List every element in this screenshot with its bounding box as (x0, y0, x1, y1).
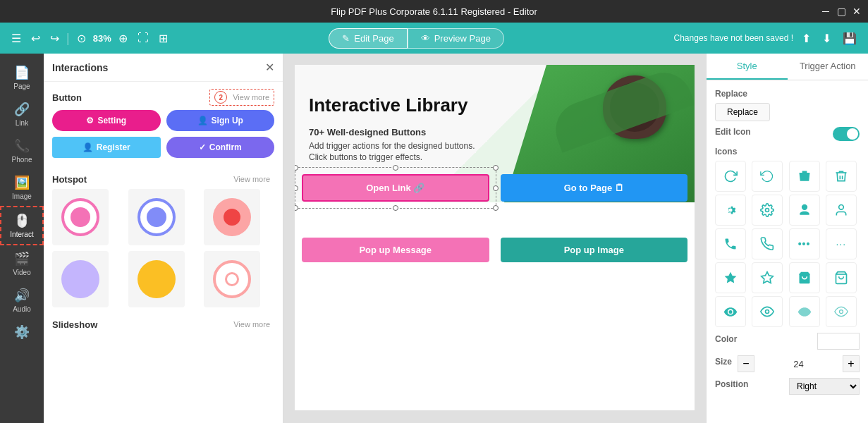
sidebar-item-interact[interactable]: 🖱️ Interact (0, 206, 44, 245)
handle-bottom-left (295, 205, 298, 211)
hotspot-pink-ring (61, 198, 99, 236)
position-label: Position (715, 379, 748, 389)
edit-icon: ✎ (342, 33, 350, 44)
svg-point-0 (766, 209, 769, 212)
icon-star-solid[interactable] (715, 262, 746, 293)
main-layout: 📄 Page 🔗 Link 📞 Phone 🖼️ Image 🖱️ Intera… (0, 54, 868, 423)
close-button[interactable]: ✕ (851, 6, 862, 17)
popup-image-label: Pop up Image (564, 245, 624, 255)
title-bar: Flip PDF Plus Corporate 6.1.11 Registere… (0, 0, 868, 23)
icon-trash-solid[interactable] (789, 161, 820, 192)
slideshow-section-header: Slideshow View more (44, 316, 283, 334)
view-more-badge: 2 (214, 91, 227, 104)
icon-gear-solid[interactable] (715, 195, 746, 226)
button-view-more[interactable]: 2 View more (209, 89, 274, 106)
minimize-button[interactable]: ─ (820, 6, 831, 17)
icon-user-outline[interactable] (826, 195, 857, 226)
sidebar-item-image[interactable]: 🖼️ Image (0, 169, 44, 206)
right-panel-content: Replace Replace Edit Icon Icons (707, 80, 868, 423)
interact-icon: 🖱️ (14, 213, 30, 228)
toolbar-center: ✎ Edit Page 👁 Preview Page (176, 28, 657, 49)
hotspot-item-5[interactable] (128, 251, 185, 307)
sidebar-item-more[interactable]: ⚙️ (0, 319, 44, 345)
maximize-button[interactable]: ▢ (836, 6, 847, 17)
icon-eye-4[interactable] (826, 296, 857, 327)
confirm-button-sample[interactable]: ✓ Confirm (166, 137, 275, 158)
replace-button[interactable]: Replace (715, 103, 770, 121)
icon-phone-outline[interactable] (752, 228, 783, 259)
size-decrease-button[interactable]: − (738, 355, 754, 372)
undo-button[interactable]: ↩ (28, 29, 43, 48)
right-panel: Style Trigger Action Replace Replace Edi… (706, 54, 868, 423)
icon-eye-2[interactable] (752, 296, 783, 327)
open-link-button[interactable]: Open Link 🔗 (302, 174, 489, 202)
hotspot-view-more[interactable]: View more (229, 173, 274, 185)
hotspot-item-3[interactable] (204, 189, 260, 245)
icon-eye-3[interactable] (789, 296, 820, 327)
video-icon: 🎬 (14, 251, 30, 266)
confirm-label: Confirm (209, 142, 242, 152)
hotspot-item-6[interactable] (204, 251, 260, 307)
edit-page-label: Edit Page (354, 33, 393, 44)
save-button[interactable]: 💾 (840, 29, 860, 48)
sidebar-item-link[interactable]: 🔗 Link (0, 96, 44, 133)
icon-bag-outline[interactable] (826, 262, 857, 293)
icon-refresh-solid[interactable] (715, 161, 746, 192)
color-swatch[interactable] (817, 333, 860, 350)
popup-message-button[interactable]: Pop up Message (302, 238, 489, 262)
signup-label: Sign Up (212, 116, 243, 125)
register-button-sample[interactable]: 👤 Register (52, 137, 161, 158)
hotspot-item-1[interactable] (52, 189, 109, 245)
hotspot-purple-solid (61, 260, 99, 298)
page-label: Page (13, 82, 30, 90)
panel-title: Interactions (52, 62, 108, 73)
icon-refresh-outline[interactable] (752, 161, 783, 192)
hotspot-item-2[interactable] (128, 189, 185, 245)
signup-button-sample[interactable]: 👤 Sign Up (166, 110, 275, 131)
hotspot-item-4[interactable] (52, 251, 109, 307)
position-select[interactable]: Left Center Right (789, 378, 860, 395)
sidebar-item-page[interactable]: 📄 Page (0, 59, 44, 96)
export-button[interactable]: ⬇ (819, 29, 834, 48)
size-increase-button[interactable]: + (843, 355, 860, 372)
popup-image-button[interactable]: Pop up Image (501, 238, 688, 262)
go-to-page-button[interactable]: Go to Page 🗒 (501, 174, 688, 202)
zoom-in-button[interactable]: ⊕ (116, 29, 130, 48)
icon-eye-1[interactable] (715, 296, 746, 327)
sidebar-item-phone[interactable]: 📞 Phone (0, 133, 44, 169)
page-canvas: Interactive Library 70+ Well-designed Bu… (295, 65, 695, 410)
edit-icon-row: Edit Icon (715, 127, 860, 141)
import-button[interactable]: ⬆ (799, 29, 814, 48)
panel-close-button[interactable]: ✕ (265, 61, 274, 74)
reset-zoom-button[interactable]: ⊙ (74, 29, 89, 48)
replace-btn-label: Replace (727, 107, 758, 117)
button-section-title: Button (52, 92, 82, 103)
edit-page-tab[interactable]: ✎ Edit Page (329, 28, 407, 49)
tab-style[interactable]: Style (707, 54, 788, 80)
window-controls: ─ ▢ ✕ (820, 6, 862, 17)
icon-bag-solid[interactable] (789, 262, 820, 293)
setting-button-sample[interactable]: ⚙ Setting (52, 110, 161, 131)
menu-button[interactable]: ☰ (8, 29, 24, 48)
tab-trigger-action[interactable]: Trigger Action (788, 54, 869, 80)
interactions-panel: Interactions ✕ Button 2 View more ⚙ Sett… (44, 54, 283, 423)
redo-button[interactable]: ↪ (47, 29, 62, 48)
preview-page-tab[interactable]: 👁 Preview Page (408, 28, 504, 49)
icon-user-solid[interactable] (789, 195, 820, 226)
icon-trash-outline[interactable] (826, 161, 857, 192)
edit-icon-toggle[interactable] (833, 127, 860, 141)
icon-phone-solid[interactable] (715, 228, 746, 259)
hotspot-blue-center (147, 207, 166, 227)
icon-gear-outline[interactable] (752, 195, 783, 226)
canvas-area: Interactive Library 70+ Well-designed Bu… (283, 54, 706, 423)
sidebar-item-audio[interactable]: 🔊 Audio (0, 282, 44, 319)
grid-button[interactable]: ⊞ (156, 29, 171, 48)
sidebar-item-video[interactable]: 🎬 Video (0, 245, 44, 282)
phone-label: Phone (12, 156, 32, 164)
fullscreen-button[interactable]: ⛶ (135, 29, 152, 47)
svg-point-7 (839, 310, 843, 314)
slideshow-view-more[interactable]: View more (229, 319, 274, 330)
icon-dots-solid[interactable]: ••• (789, 228, 820, 259)
icon-star-outline[interactable] (752, 262, 783, 293)
icon-dots-outline[interactable]: ··· (826, 228, 857, 259)
